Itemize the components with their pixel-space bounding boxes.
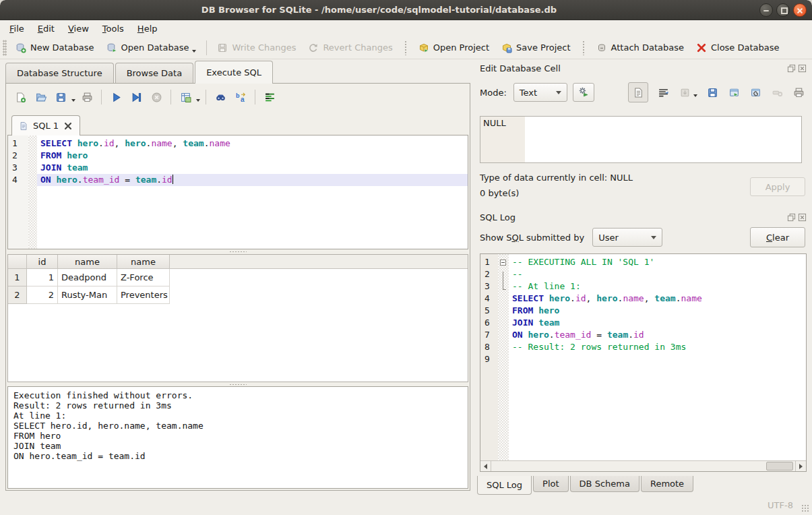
apply-button[interactable]: Apply — [750, 177, 805, 196]
close-icon[interactable] — [793, 3, 807, 17]
import-data-button[interactable] — [678, 86, 691, 99]
find-button[interactable] — [212, 88, 229, 106]
svg-text:a: a — [240, 96, 244, 103]
tab-db-schema[interactable]: DB Schema — [570, 476, 639, 492]
close-dock-icon[interactable] — [798, 64, 807, 73]
scrollbar-track[interactable] — [491, 461, 795, 471]
open-project-button[interactable]: Open Project — [412, 39, 495, 57]
sql-source-select[interactable]: User — [592, 228, 662, 247]
tab-browse-data[interactable]: Browse Data — [115, 63, 194, 83]
log-line: Result: 2 rows returned in 3ms — [13, 400, 462, 411]
code-line: JOIN team — [37, 162, 468, 174]
column-header-id[interactable]: id — [27, 255, 58, 269]
fold-cell — [498, 308, 509, 320]
row-header[interactable]: 2 — [8, 286, 27, 304]
menu-file[interactable]: File — [3, 22, 31, 35]
line-number: 6 — [485, 317, 498, 329]
column-header-name[interactable]: name — [58, 255, 117, 269]
open-sql-file-button[interactable] — [32, 88, 49, 106]
attach-database-button[interactable]: Attach Database — [590, 39, 690, 57]
table-cell[interactable]: Rusty-Man — [58, 286, 117, 304]
log-fold-margin[interactable] — [498, 254, 509, 460]
chevron-down-icon[interactable] — [192, 50, 196, 53]
menu-edit[interactable]: Edit — [31, 22, 61, 35]
revert-changes-button[interactable]: Revert Changes — [302, 39, 398, 57]
table-cell[interactable]: Z-Force — [117, 269, 170, 286]
clear-cell-button[interactable] — [770, 86, 784, 99]
table-cell[interactable]: Preventers — [117, 286, 170, 304]
scrollbar-thumb[interactable] — [766, 462, 793, 471]
open-database-button[interactable]: Open Database — [100, 39, 203, 57]
minimize-icon[interactable] — [759, 3, 773, 17]
menu-help[interactable]: Help — [131, 22, 164, 35]
maximize-icon[interactable] — [776, 3, 790, 17]
export-results-button[interactable] — [177, 88, 194, 106]
table-cell[interactable]: 1 — [27, 269, 58, 286]
execute-all-button[interactable] — [107, 88, 125, 106]
copy-link-button[interactable] — [749, 86, 762, 99]
open-database-label: Open Database — [121, 42, 189, 53]
editor-code-area[interactable]: SELECT hero.id, hero.name, team.nameFROM… — [37, 135, 468, 249]
menu-view[interactable]: View — [61, 22, 96, 35]
fold-collapse-icon[interactable] — [500, 260, 506, 266]
tab-sql-log[interactable]: SQL Log — [477, 476, 532, 495]
column-header-name[interactable]: name — [117, 255, 170, 269]
word-wrap-button[interactable] — [656, 86, 670, 99]
log-code-line: -- Result: 2 rows returned in 3ms — [509, 341, 806, 353]
tab-plot[interactable]: Plot — [533, 476, 569, 492]
float-dock-icon[interactable] — [787, 64, 796, 73]
close-database-button[interactable]: Close Database — [690, 39, 786, 57]
line-number: 3 — [12, 162, 28, 174]
scroll-left-icon[interactable] — [480, 461, 491, 471]
cell-mode-row: Mode: Text — [480, 82, 805, 103]
clear-log-button[interactable]: Clear — [750, 227, 805, 247]
open-sql-tab-button[interactable] — [11, 88, 29, 106]
tab-database-structure[interactable]: Database Structure — [5, 63, 114, 83]
find-replace-button[interactable]: ba — [232, 88, 249, 106]
menu-tools[interactable]: Tools — [96, 22, 131, 35]
tab-remote[interactable]: Remote — [641, 476, 693, 492]
float-dock-icon[interactable] — [787, 213, 796, 222]
line-number: 3 — [485, 280, 498, 293]
resize-grip[interactable] — [801, 504, 810, 513]
stop-execution-button[interactable] — [148, 88, 165, 106]
fold-cell[interactable] — [498, 260, 509, 272]
print-sql-button[interactable] — [78, 88, 96, 106]
row-header[interactable]: 1 — [8, 269, 27, 286]
tab-close-icon[interactable] — [63, 121, 73, 131]
write-changes-button[interactable]: Write Changes — [211, 39, 302, 57]
close-dock-icon[interactable] — [798, 213, 807, 222]
save-data-button[interactable] — [706, 86, 719, 99]
table-cell[interactable]: Deadpond — [58, 269, 117, 286]
log-code-line: JOIN team — [509, 317, 806, 329]
chevron-down-icon[interactable] — [693, 94, 697, 97]
table-cell[interactable]: 2 — [27, 286, 58, 304]
splitter-editor-results[interactable] — [7, 249, 468, 254]
print-cell-button[interactable] — [792, 86, 805, 99]
sql-editor[interactable]: 1234 SELECT hero.id, hero.name, team.nam… — [7, 135, 468, 249]
toolbar-grip[interactable] — [3, 40, 7, 56]
mode-select[interactable]: Text — [513, 83, 567, 102]
filter-label: Show SQL submitted by — [480, 233, 584, 243]
tab-execute-sql[interactable]: Execute SQL — [195, 61, 273, 84]
chevron-down-icon[interactable] — [71, 99, 75, 102]
titlebar[interactable]: DB Browser for SQLite - /home/user/code/… — [0, 0, 812, 20]
line-number: 9 — [485, 353, 498, 365]
scroll-right-icon[interactable] — [795, 461, 806, 471]
new-database-button[interactable]: New Database — [9, 39, 100, 57]
save-sql-file-button[interactable] — [52, 88, 69, 106]
code-line: ON hero.team_id = team.id — [37, 174, 468, 186]
dock-tab-bar: SQL LogPlotDB SchemaRemote — [477, 476, 695, 495]
results-grid[interactable]: idnamename11DeadpondZ-Force22Rusty-ManPr… — [7, 254, 468, 382]
auto-format-button[interactable] — [261, 88, 278, 106]
results-corner-header[interactable] — [8, 255, 27, 269]
auto-switch-mode-button[interactable] — [573, 83, 594, 102]
open-external-button[interactable] — [727, 86, 741, 99]
log-horizontal-scrollbar[interactable] — [480, 460, 806, 471]
execute-current-line-button[interactable] — [127, 88, 145, 106]
text-document-button[interactable] — [628, 82, 648, 102]
cell-value-editor[interactable]: NULL — [480, 116, 802, 163]
sql-1-tab[interactable]: SQL 1 — [11, 115, 80, 135]
chevron-down-icon[interactable] — [196, 99, 200, 102]
save-project-button[interactable]: Save Project — [495, 39, 577, 57]
